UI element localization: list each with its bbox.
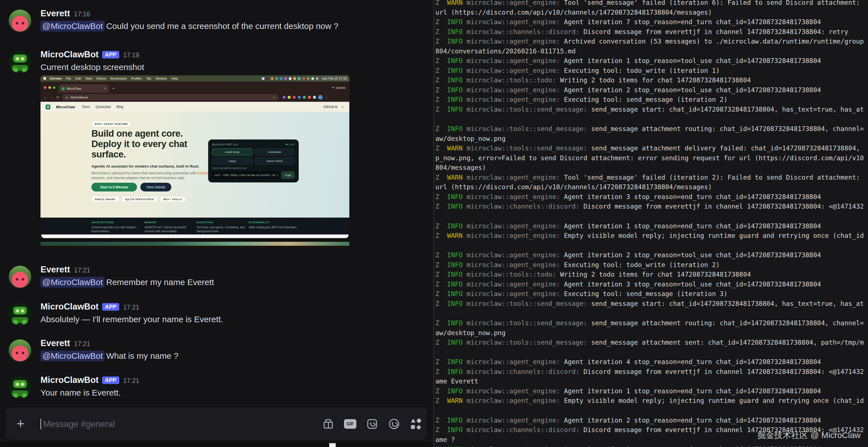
avatar[interactable] xyxy=(9,51,31,73)
avatar[interactable] xyxy=(9,266,31,288)
author-row: MicroClawBotAPP17:19 xyxy=(40,50,425,60)
feature-chips: SINGLE BINARY SQLITE PERSISTENCE MCP + S… xyxy=(91,196,185,202)
message-group: Everett17:16 @MicroClawBotCould you send… xyxy=(0,8,425,32)
message-body: Remember my name Everett xyxy=(106,278,214,287)
footer-text: Channel-agnostic core with adapter-based… xyxy=(91,225,140,233)
message-group: Everett17:21 @MicroClawBotRemember my na… xyxy=(0,264,425,288)
author-name[interactable]: Everett xyxy=(40,8,70,18)
footer-heading: EXTENSIBILITY xyxy=(249,221,297,224)
favicon xyxy=(62,87,65,90)
site-footer: ARCHITECTUREChannel-agnostic core with a… xyxy=(40,218,349,234)
log-line: Z INFO microclaw::agent_engine: Agent it… xyxy=(435,444,868,447)
message-input[interactable]: + Message #general GIF xyxy=(6,408,426,439)
install-command: curl -fsSL https://microclaw.ai/install.… xyxy=(212,171,279,179)
author-name[interactable]: MicroClawBot xyxy=(40,375,99,385)
avatar[interactable] xyxy=(9,9,31,32)
message-body: Current desktop screenshot xyxy=(40,62,144,72)
author-name[interactable]: Everett xyxy=(40,264,70,275)
footer-text: Skills catalog plus MCP tool federation xyxy=(249,225,297,229)
message-body: What is my name ? xyxy=(106,351,179,360)
forward-icon: → xyxy=(50,95,54,99)
browser-tab: MicroClaw × xyxy=(59,84,109,93)
new-tab-icon: + xyxy=(112,86,115,91)
avatar-face xyxy=(11,346,29,361)
avatar[interactable] xyxy=(9,303,31,325)
url-text: microclaw.ai xyxy=(70,96,88,99)
mention-pill[interactable]: @MicroClawBot xyxy=(40,277,105,288)
attach-plus-icon[interactable]: + xyxy=(17,416,25,431)
app-badge: APP xyxy=(102,377,119,384)
log-line: Z INFO microclaw::channels::discord: Dis… xyxy=(435,201,868,212)
log-line: Z INFO microclaw::tools::send_message: s… xyxy=(435,104,868,115)
log-line xyxy=(435,241,868,251)
input-placeholder: Message #general xyxy=(43,419,115,429)
log-line: ame Everett xyxy=(435,377,868,386)
quickstart-card: QUICKSTART CLI LIVE Install Script Homeb… xyxy=(208,139,299,183)
nav-link-docs: Docs xyxy=(83,105,90,109)
menubar-items: ChromeFileEditViewHistoryBookmarksProfil… xyxy=(50,77,178,80)
window-shadow xyxy=(40,238,349,242)
back-icon: ← xyxy=(43,95,47,99)
menubar-clock: Sun Feb 15 17:16 xyxy=(322,77,346,80)
gif-icon[interactable]: GIF xyxy=(344,418,356,430)
site-hero: RUST AGENT RUNTIME Build one agent core.… xyxy=(40,112,349,218)
author-name[interactable]: Everett xyxy=(40,338,70,348)
message-body: Your name is Everett. xyxy=(40,388,121,397)
log-line: url (https://discord.com/api/v10/channel… xyxy=(435,182,868,192)
bot-head xyxy=(13,307,27,314)
footer-heading: ARCHITECTURE xyxy=(91,221,140,224)
log-line: Z INFO microclaw::agent_engine: Agent it… xyxy=(435,250,868,260)
live-dot-icon xyxy=(286,143,287,145)
message-text: @MicroClawBotCould you send me a screens… xyxy=(40,20,425,32)
gift-icon[interactable] xyxy=(322,418,335,430)
hero-subheading: Agentic AI assistant for modern chat sur… xyxy=(91,164,199,168)
avatar[interactable] xyxy=(9,339,31,362)
text-caret xyxy=(40,419,41,429)
log-line: Z WARN microclaw::agent_engine: Empty vi… xyxy=(435,231,868,241)
screenshot-attachment[interactable]: ChromeFileEditViewHistoryBookmarksProfil… xyxy=(40,75,349,248)
log-line: Z INFO microclaw::agent_engine: Executin… xyxy=(435,260,868,270)
mention-pill[interactable]: @MicroClawBot xyxy=(40,351,105,361)
emoji-icon[interactable] xyxy=(388,418,400,430)
timestamp: 17:21 xyxy=(74,340,90,348)
log-line: Z INFO microclaw::tools::send_message: s… xyxy=(435,318,868,328)
quickstart-title: QUICKSTART CLI xyxy=(212,143,238,146)
author-name[interactable]: MicroClawBot xyxy=(40,302,99,312)
hero-heading: Build one agent core. Deploy it to every… xyxy=(91,128,187,159)
background-window-notch xyxy=(329,443,336,447)
screen-bottom-strip xyxy=(0,441,433,447)
browser-toolbar: ← → ⟳ ◎ microclaw.ai ☆ ⋮ xyxy=(40,93,349,102)
log-line: Z INFO microclaw::agent_engine: Agent it… xyxy=(435,416,868,425)
sticker-icon[interactable] xyxy=(366,418,378,430)
bot-base xyxy=(12,390,28,396)
log-line: Z INFO microclaw::agent_engine: Agent it… xyxy=(435,221,868,231)
github-link: GitHub ⧉ xyxy=(323,105,337,109)
quickstart-note: Recommended for macOS/Linux xyxy=(212,167,295,169)
bot-base xyxy=(12,317,28,323)
log-line: Z INFO microclaw::agent_engine: Agent it… xyxy=(435,192,868,202)
log-line: url (https://discord.com/api/v10/channel… xyxy=(435,8,868,18)
avatar[interactable] xyxy=(9,376,31,398)
site-brand: MicroClaw xyxy=(56,105,75,109)
log-line: Z INFO microclaw::tools::todo: Writing 2… xyxy=(435,269,868,280)
browser-tab-strip: MicroClaw × + ✦Gemini xyxy=(40,82,349,93)
message-group: MicroClawBotAPP17:21 Your name is Everet… xyxy=(0,375,425,398)
theme-toggle-icon: ☼ xyxy=(341,105,344,109)
footer-text: Tool loop, sub-agents, scheduling, and b… xyxy=(196,225,245,233)
cta-github-button: View GitHub xyxy=(141,183,171,191)
bot-head xyxy=(13,380,27,388)
timestamp: 17:16 xyxy=(74,10,90,18)
log-line xyxy=(435,406,868,416)
mention-pill[interactable]: @MicroClawBot xyxy=(40,21,105,31)
author-row: Everett17:16 xyxy=(40,8,425,19)
quickstart-doctor-check: Doctor Check xyxy=(254,157,295,164)
avatar-face xyxy=(11,16,29,31)
activities-icon[interactable] xyxy=(410,418,422,430)
address-bar: ◎ microclaw.ai ☆ xyxy=(62,94,279,100)
kebab-menu-icon: ⋮ xyxy=(325,95,328,99)
menubar-status-icons: Sun Feb 15 17:16 xyxy=(262,77,346,80)
author-name[interactable]: MicroClawBot xyxy=(40,50,99,59)
footer-heading: EXECUTION xyxy=(196,221,245,224)
log-line: Z INFO microclaw::agent_engine: Agent it… xyxy=(435,17,868,27)
nav-link-blog: Blog xyxy=(117,105,123,109)
